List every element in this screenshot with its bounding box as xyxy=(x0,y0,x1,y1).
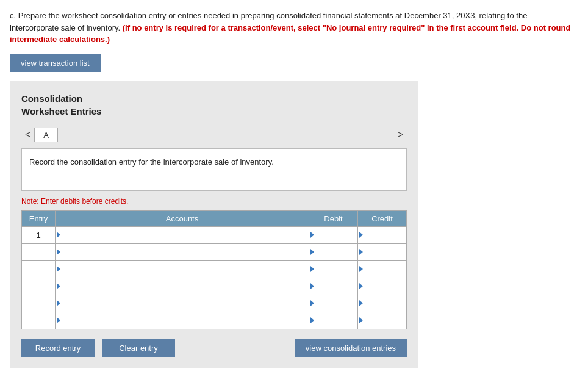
tab-navigation: < A > xyxy=(21,128,407,142)
entry-num-cell xyxy=(22,278,56,295)
table-row xyxy=(22,312,407,329)
debit-indicator-icon xyxy=(310,300,314,306)
table-row xyxy=(22,278,407,295)
credit-indicator-icon xyxy=(359,266,363,272)
entry-num-cell: 1 xyxy=(22,226,56,243)
table-row xyxy=(22,260,407,278)
instruction-box: Record the consolidation entry for the i… xyxy=(21,148,407,191)
credit-indicator-icon xyxy=(359,283,363,289)
tab-a[interactable]: A xyxy=(34,128,58,142)
account-cell[interactable] xyxy=(56,226,309,243)
col-credit: Credit xyxy=(358,210,407,226)
debit-input[interactable] xyxy=(309,244,357,260)
debit-cell[interactable] xyxy=(309,243,358,260)
debit-cell[interactable] xyxy=(309,312,358,329)
debit-input[interactable] xyxy=(309,295,357,311)
view-transactions-button[interactable]: view transaction list xyxy=(10,54,101,72)
debit-indicator-icon xyxy=(310,232,314,238)
debit-input[interactable] xyxy=(309,312,357,328)
consolidation-panel: Consolidation Worksheet Entries < A > Re… xyxy=(10,81,418,368)
credit-input[interactable] xyxy=(358,227,406,243)
credit-cell[interactable] xyxy=(358,260,407,278)
debit-input[interactable] xyxy=(309,227,357,243)
debit-indicator-icon xyxy=(310,317,314,323)
tab-next-arrow[interactable]: > xyxy=(394,129,407,140)
credit-cell[interactable] xyxy=(358,226,407,243)
account-indicator-icon xyxy=(57,249,60,255)
button-row: Record entry Clear entry view consolidat… xyxy=(21,339,407,357)
col-accounts: Accounts xyxy=(56,210,309,226)
debit-indicator-icon xyxy=(310,266,314,272)
credit-cell[interactable] xyxy=(358,243,407,260)
entry-num-cell xyxy=(22,243,56,260)
account-cell[interactable] xyxy=(56,295,309,312)
instructions-text: c. Prepare the worksheet consolidation e… xyxy=(10,10,578,46)
debit-input[interactable] xyxy=(309,261,357,277)
debit-indicator-icon xyxy=(310,283,314,289)
credit-cell[interactable] xyxy=(358,312,407,329)
table-row xyxy=(22,243,407,260)
record-entry-button[interactable]: Record entry xyxy=(21,339,95,357)
debit-cell[interactable] xyxy=(309,295,358,312)
account-input[interactable] xyxy=(56,244,309,260)
clear-entry-button[interactable]: Clear entry xyxy=(102,339,175,357)
account-input[interactable] xyxy=(56,261,309,277)
account-input[interactable] xyxy=(56,278,309,294)
panel-title: Consolidation Worksheet Entries xyxy=(21,92,407,118)
entry-num-cell xyxy=(22,295,56,312)
col-entry: Entry xyxy=(22,210,56,226)
account-input[interactable] xyxy=(56,227,309,243)
credit-input[interactable] xyxy=(358,261,406,277)
debit-cell[interactable] xyxy=(309,260,358,278)
col-debit: Debit xyxy=(309,210,358,226)
credit-input[interactable] xyxy=(358,244,406,260)
entry-num-cell xyxy=(22,260,56,278)
table-row: 1 xyxy=(22,226,407,243)
debit-cell[interactable] xyxy=(309,226,358,243)
debit-indicator-icon xyxy=(310,249,314,255)
account-cell[interactable] xyxy=(56,243,309,260)
credit-indicator-icon xyxy=(359,249,363,255)
view-consolidation-button[interactable]: view consolidation entries xyxy=(295,339,407,357)
debit-input[interactable] xyxy=(309,278,357,294)
instruction-box-text: Record the consolidation entry for the i… xyxy=(29,157,274,167)
account-input[interactable] xyxy=(56,295,309,311)
note-text: Note: Enter debits before credits. xyxy=(21,197,407,206)
account-cell[interactable] xyxy=(56,278,309,295)
account-cell[interactable] xyxy=(56,312,309,329)
credit-input[interactable] xyxy=(358,312,406,328)
account-indicator-icon xyxy=(57,232,60,238)
credit-input[interactable] xyxy=(358,278,406,294)
credit-cell[interactable] xyxy=(358,278,407,295)
credit-indicator-icon xyxy=(359,232,363,238)
credit-indicator-icon xyxy=(359,300,363,306)
credit-cell[interactable] xyxy=(358,295,407,312)
entry-table: Entry Accounts Debit Credit 1 xyxy=(21,210,407,329)
tab-prev-arrow[interactable]: < xyxy=(21,129,34,140)
account-indicator-icon xyxy=(57,283,60,289)
account-cell[interactable] xyxy=(56,260,309,278)
entry-num-cell xyxy=(22,312,56,329)
account-indicator-icon xyxy=(57,317,60,323)
debit-cell[interactable] xyxy=(309,278,358,295)
account-indicator-icon xyxy=(57,300,60,306)
credit-indicator-icon xyxy=(359,317,363,323)
credit-input[interactable] xyxy=(358,295,406,311)
table-row xyxy=(22,295,407,312)
account-input[interactable] xyxy=(56,312,309,328)
account-indicator-icon xyxy=(57,266,60,272)
